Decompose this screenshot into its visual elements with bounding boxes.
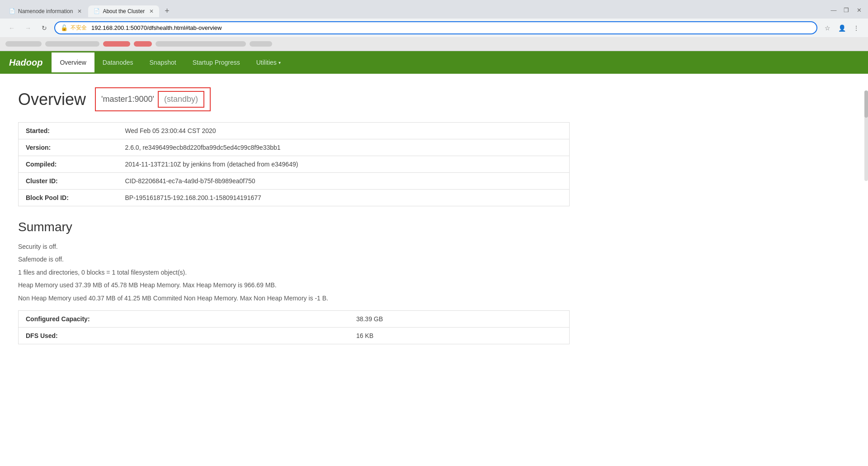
info-label-version: Version:: [19, 139, 118, 156]
standby-label: (standby): [164, 95, 198, 104]
tab-label-2: About the Cluster: [103, 8, 145, 14]
standby-box: (standby): [158, 91, 204, 108]
info-value-started: Wed Feb 05 23:00:44 CST 2020: [118, 123, 570, 139]
summary-title: Summary: [18, 220, 570, 234]
bookmarks-bar: [0, 37, 868, 51]
blurred-2: [45, 41, 99, 47]
back-button[interactable]: ←: [5, 22, 18, 34]
tab-close-1[interactable]: ✕: [77, 8, 82, 14]
utilities-label: Utilities: [256, 59, 277, 66]
browser-actions: ☆ 👤 ⋮: [821, 22, 863, 34]
utilities-dropdown-icon: ▾: [278, 60, 281, 65]
nav-utilities[interactable]: Utilities ▾: [248, 52, 289, 72]
tab-label-1: Namenode information: [18, 8, 73, 14]
table-row: Block Pool ID: BP-1951618715-192.168.200…: [19, 190, 570, 206]
summary-line-1: Safemode is off.: [18, 254, 570, 264]
blurred-1: [5, 41, 42, 47]
tab-cluster[interactable]: 📄 About the Cluster ✕: [88, 5, 159, 17]
summary-value-capacity: 38.39 GB: [349, 310, 570, 327]
maximize-button[interactable]: ❐: [841, 5, 852, 16]
overview-header: Overview 'master1:9000' (standby): [18, 87, 570, 111]
table-row: Version: 2.6.0, re3496499ecb8d220fba99dc…: [19, 139, 570, 156]
host-container: 'master1:9000' (standby): [95, 87, 211, 111]
scrollbar-thumb[interactable]: [864, 90, 868, 118]
table-row: Configured Capacity: 38.39 GB: [19, 310, 570, 327]
address-bar-container[interactable]: 🔓 不安全: [54, 21, 817, 34]
summary-label-capacity: Configured Capacity:: [19, 310, 349, 327]
overview-title: Overview: [18, 90, 86, 109]
host-label: 'master1:9000': [101, 95, 154, 104]
minimize-button[interactable]: —: [828, 5, 839, 16]
tab-namenode[interactable]: 📄 Namenode information ✕: [4, 5, 87, 17]
table-row: Cluster ID: CID-82206841-ec7a-4a9d-b75f-…: [19, 173, 570, 190]
browser-chrome: 📄 Namenode information ✕ 📄 About the Clu…: [0, 0, 868, 51]
reload-button[interactable]: ↻: [38, 22, 51, 34]
nav-startup-progress[interactable]: Startup Progress: [184, 52, 248, 72]
blurred-5: [156, 41, 246, 47]
main-content: Overview 'master1:9000' (standby) Starte…: [0, 74, 588, 358]
tab-icon-1: 📄: [9, 8, 15, 14]
address-bar[interactable]: [91, 24, 811, 31]
nav-overview[interactable]: Overview: [52, 52, 94, 72]
bookmark-button[interactable]: ☆: [821, 22, 834, 34]
insecure-label: 不安全: [71, 24, 87, 32]
tab-icon-2: 📄: [94, 8, 100, 14]
window-controls: — ❐ ✕: [828, 5, 864, 18]
info-value-cluster-id: CID-82206841-ec7a-4a9d-b75f-8b989ea0f750: [118, 173, 570, 190]
table-row: Compiled: 2014-11-13T21:10Z by jenkins f…: [19, 156, 570, 173]
summary-value-dfs-used: 16 KB: [349, 327, 570, 344]
account-button[interactable]: 👤: [835, 22, 848, 34]
nav-datanodes[interactable]: Datanodes: [94, 52, 142, 72]
info-value-compiled: 2014-11-13T21:10Z by jenkins from (detac…: [118, 156, 570, 173]
new-tab-button[interactable]: +: [160, 4, 174, 19]
blurred-4: [134, 41, 152, 47]
browser-controls: ← → ↻ 🔓 不安全 ☆ 👤 ⋮: [0, 19, 868, 37]
nav-snapshot[interactable]: Snapshot: [142, 52, 184, 72]
summary-table: Configured Capacity: 38.39 GB DFS Used: …: [18, 310, 570, 344]
summary-line-0: Security is off.: [18, 242, 570, 252]
summary-line-4: Non Heap Memory used 40.37 MB of 41.25 M…: [18, 293, 570, 303]
close-button[interactable]: ✕: [854, 5, 864, 16]
table-row: Started: Wed Feb 05 23:00:44 CST 2020: [19, 123, 570, 139]
info-value-version: 2.6.0, re3496499ecb8d220fba99dc5ed4c99c8…: [118, 139, 570, 156]
table-row: DFS Used: 16 KB: [19, 327, 570, 344]
info-label-started: Started:: [19, 123, 118, 139]
blurred-3: [103, 41, 130, 47]
nav-links: Overview Datanodes Snapshot Startup Prog…: [52, 52, 288, 72]
info-label-block-pool: Block Pool ID:: [19, 190, 118, 206]
summary-line-2: 1 files and directories, 0 blocks = 1 to…: [18, 267, 570, 277]
hadoop-navbar: Hadoop Overview Datanodes Snapshot Start…: [0, 51, 868, 74]
lock-icon: 🔓: [61, 24, 68, 31]
forward-button[interactable]: →: [22, 22, 34, 34]
info-value-block-pool: BP-1951618715-192.168.200.1-158091419167…: [118, 190, 570, 206]
scrollbar[interactable]: [864, 90, 868, 181]
info-table: Started: Wed Feb 05 23:00:44 CST 2020 Ve…: [18, 122, 570, 206]
hadoop-brand: Hadoop: [9, 57, 42, 68]
blurred-6: [250, 41, 272, 47]
summary-lines: Security is off. Safemode is off. 1 file…: [18, 242, 570, 303]
info-label-compiled: Compiled:: [19, 156, 118, 173]
info-label-cluster-id: Cluster ID:: [19, 173, 118, 190]
summary-label-dfs-used: DFS Used:: [19, 327, 349, 344]
menu-button[interactable]: ⋮: [850, 22, 863, 34]
tab-close-2[interactable]: ✕: [149, 8, 154, 14]
tab-bar: 📄 Namenode information ✕ 📄 About the Clu…: [0, 0, 868, 19]
summary-line-3: Heap Memory used 37.39 MB of 45.78 MB He…: [18, 280, 570, 290]
